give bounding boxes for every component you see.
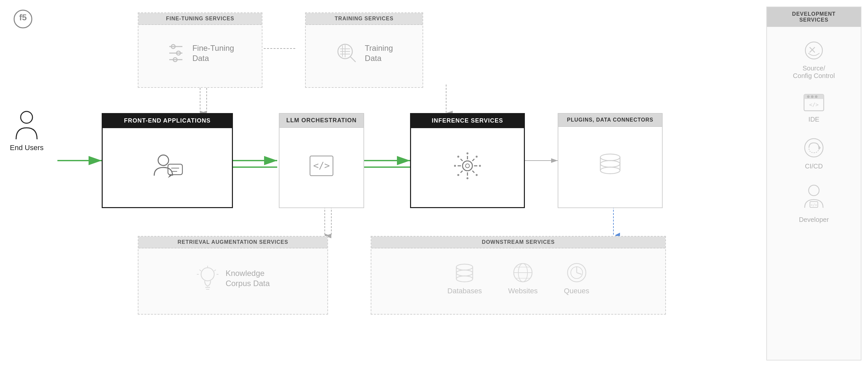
svg-point-95 — [815, 95, 817, 98]
svg-point-93 — [807, 95, 810, 98]
finetuning-icon — [166, 42, 186, 65]
svg-text:</>: </> — [313, 160, 330, 171]
frontend-box: FRONT-END APPLICATIONS — [102, 113, 233, 208]
retrieval-icon — [196, 265, 219, 291]
plugins-icon-area — [558, 127, 662, 203]
svg-point-42 — [466, 153, 468, 154]
svg-line-40 — [472, 159, 474, 161]
cicd-icon — [802, 136, 825, 159]
dev-ide-item: </> IDE — [767, 93, 861, 123]
training-icon — [335, 42, 358, 65]
end-users-label: End Users — [10, 143, 43, 152]
frontend-icon — [151, 151, 184, 180]
svg-point-99 — [809, 185, 819, 196]
frontend-icon-area — [103, 128, 232, 203]
dev-panel-title: DEVELOPMENTSERVICES — [767, 7, 861, 27]
training-label: TrainingData — [365, 43, 393, 63]
training-title: TRAINING SERVICES — [306, 13, 423, 25]
svg-line-41 — [461, 171, 463, 173]
retrieval-title: RETRIEVAL AUGMENTATION SERVICES — [138, 237, 328, 248]
svg-point-24 — [21, 111, 32, 123]
queues-icon — [565, 261, 588, 284]
dev-ide-label: IDE — [808, 116, 819, 123]
training-icon-area: TrainingData — [306, 25, 423, 81]
finetuning-label: Fine-TuningData — [192, 43, 234, 63]
svg-point-78 — [456, 276, 473, 282]
dev-source-item: Source/Config Control — [767, 40, 861, 80]
svg-point-48 — [476, 156, 477, 158]
downstream-icon-area: Databases Websites — [371, 248, 665, 308]
svg-point-50 — [600, 154, 620, 161]
inference-icon — [450, 149, 486, 182]
svg-point-68 — [201, 268, 214, 281]
svg-point-49 — [476, 174, 477, 176]
svg-line-39 — [472, 171, 474, 173]
svg-point-44 — [454, 165, 456, 167]
svg-marker-98 — [819, 145, 821, 150]
svg-point-76 — [456, 264, 473, 270]
databases-icon — [453, 261, 476, 284]
downstream-box: DOWNSTREAM SERVICES Databases — [371, 236, 666, 314]
svg-text:</>: </> — [811, 203, 817, 207]
svg-point-52 — [600, 167, 620, 174]
llm-icon-area: </> — [279, 128, 364, 204]
end-users: End Users — [10, 108, 43, 152]
svg-point-32 — [463, 161, 472, 171]
llm-icon: </> — [308, 154, 335, 177]
queues-label: Queues — [564, 287, 589, 295]
finetuning-title: FINE-TUNING SERVICES — [138, 13, 262, 25]
finetuning-box: FINE-TUNING SERVICES Fine-TuningData — [138, 12, 262, 88]
databases-label: Databases — [447, 287, 482, 295]
training-box: TRAINING SERVICES TrainingData — [305, 12, 423, 88]
websites-label: Websites — [508, 287, 538, 295]
retrieval-icon-area: KnowledgeCorpus Data — [138, 248, 328, 308]
svg-text:f5: f5 — [19, 12, 27, 22]
dev-developer-item: </> Developer — [767, 183, 861, 224]
plugins-icon — [595, 150, 625, 179]
f5-logo: f5 — [13, 9, 33, 29]
dev-developer-label: Developer — [799, 216, 829, 224]
svg-point-94 — [811, 95, 813, 98]
svg-point-77 — [456, 270, 473, 276]
plugins-box: PLUGINS, DATA CONNECTORS — [558, 113, 663, 208]
svg-line-38 — [461, 159, 463, 161]
source-icon — [802, 40, 825, 61]
downstream-queues: Queues — [564, 261, 589, 295]
developer-icon: </> — [801, 183, 827, 213]
svg-text:</>: </> — [809, 102, 819, 108]
svg-line-73 — [214, 270, 216, 271]
svg-point-46 — [457, 156, 459, 158]
svg-point-51 — [600, 161, 620, 167]
ide-icon: </> — [802, 93, 825, 112]
downstream-databases: Databases — [447, 261, 482, 295]
inference-icon-area — [411, 128, 524, 203]
svg-marker-29 — [168, 175, 173, 178]
llm-title: LLM ORCHESTRATION — [279, 114, 364, 128]
retrieval-label: KnowledgeCorpus Data — [226, 268, 270, 289]
websites-icon — [512, 261, 534, 284]
svg-point-33 — [465, 164, 469, 168]
dev-source-label: Source/Config Control — [793, 65, 835, 80]
dev-cicd-item: CI/CD — [767, 136, 861, 170]
svg-line-62 — [350, 57, 355, 62]
inference-title: INFERENCE SERVICES — [411, 114, 524, 128]
diagram-container: f5 — [0, 0, 868, 369]
svg-point-47 — [457, 174, 459, 176]
svg-line-72 — [199, 270, 201, 271]
plugins-title: PLUGINS, DATA CONNECTORS — [558, 114, 662, 127]
svg-point-25 — [158, 155, 168, 166]
downstream-websites: Websites — [508, 261, 538, 295]
frontend-title: FRONT-END APPLICATIONS — [103, 114, 232, 128]
inference-box: INFERENCE SERVICES — [410, 113, 525, 208]
svg-point-90 — [805, 42, 823, 59]
finetuning-icon-area: Fine-TuningData — [138, 25, 262, 81]
dev-cicd-label: CI/CD — [805, 163, 823, 170]
svg-line-89 — [577, 273, 582, 274]
development-panel: DEVELOPMENTSERVICES Source/Config Contro… — [766, 6, 862, 361]
downstream-title: DOWNSTREAM SERVICES — [371, 237, 665, 248]
llm-box: LLM ORCHESTRATION </> — [279, 113, 364, 208]
svg-point-45 — [479, 165, 481, 167]
retrieval-box: RETRIEVAL AUGMENTATION SERVICES Knowledg… — [138, 236, 328, 314]
svg-point-43 — [466, 177, 468, 179]
